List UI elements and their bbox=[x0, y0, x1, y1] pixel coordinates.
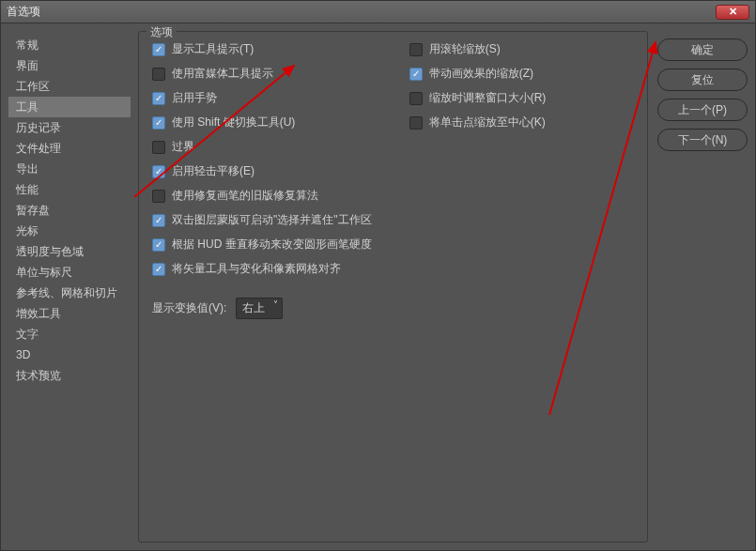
sidebar-item[interactable]: 工具 bbox=[8, 97, 131, 117]
option-row: 使用富媒体工具提示 bbox=[152, 66, 372, 82]
options-column-right: 用滚轮缩放(S)带动画效果的缩放(Z)缩放时调整窗口大小(R)将单击点缩放至中心… bbox=[409, 41, 547, 277]
checkbox[interactable] bbox=[152, 214, 165, 227]
option-row: 双击图层蒙版可启动"选择并遮住"工作区 bbox=[152, 212, 372, 228]
next-button[interactable]: 下一个(N) bbox=[657, 129, 748, 151]
checkbox[interactable] bbox=[152, 141, 165, 154]
preferences-window: 首选项 ✕ 常规界面工作区工具历史记录文件处理导出性能暂存盘光标透明度与色域单位… bbox=[0, 0, 756, 551]
sidebar-item[interactable]: 3D bbox=[8, 344, 131, 365]
ok-button[interactable]: 确定 bbox=[657, 38, 748, 61]
option-row: 根据 HUD 垂直移动来改变圆形画笔硬度 bbox=[152, 237, 372, 253]
option-row: 带动画效果的缩放(Z) bbox=[409, 66, 547, 82]
sidebar: 常规界面工作区工具历史记录文件处理导出性能暂存盘光标透明度与色域单位与标尺参考线… bbox=[8, 31, 131, 543]
main-area: 选项 显示工具提示(T)使用富媒体工具提示启用手势使用 Shift 键切换工具(… bbox=[138, 31, 748, 543]
option-label: 使用富媒体工具提示 bbox=[172, 66, 273, 82]
option-row: 将单击点缩放至中心(K) bbox=[409, 115, 547, 130]
option-label: 启用轻击平移(E) bbox=[172, 163, 255, 179]
option-label: 使用 Shift 键切换工具(U) bbox=[172, 115, 295, 130]
prev-button[interactable]: 上一个(P) bbox=[657, 99, 748, 121]
reset-button[interactable]: 复位 bbox=[657, 69, 748, 91]
option-row: 启用轻击平移(E) bbox=[152, 163, 372, 179]
options-panel: 选项 显示工具提示(T)使用富媒体工具提示启用手势使用 Shift 键切换工具(… bbox=[138, 31, 648, 543]
transform-row: 显示变换值(V): 右上 bbox=[152, 298, 634, 319]
sidebar-item[interactable]: 导出 bbox=[8, 159, 131, 179]
right-button-column: 确定 复位 上一个(P) 下一个(N) bbox=[657, 31, 748, 543]
checkbox[interactable] bbox=[152, 190, 165, 203]
checkbox[interactable] bbox=[152, 116, 165, 130]
checkbox[interactable] bbox=[152, 68, 165, 81]
option-label: 带动画效果的缩放(Z) bbox=[429, 66, 533, 82]
sidebar-item[interactable]: 暂存盘 bbox=[8, 200, 131, 221]
panel-header: 选项 bbox=[147, 24, 177, 40]
option-row: 将矢量工具与变化和像素网格对齐 bbox=[152, 261, 372, 277]
option-label: 将矢量工具与变化和像素网格对齐 bbox=[172, 261, 341, 277]
window-title: 首选项 bbox=[7, 4, 716, 20]
checkbox[interactable] bbox=[152, 165, 165, 178]
option-label: 启用手势 bbox=[172, 90, 217, 106]
options-column-left: 显示工具提示(T)使用富媒体工具提示启用手势使用 Shift 键切换工具(U)过… bbox=[152, 41, 372, 277]
option-row: 启用手势 bbox=[152, 90, 372, 106]
option-row: 用滚轮缩放(S) bbox=[409, 41, 547, 57]
option-label: 显示工具提示(T) bbox=[172, 41, 254, 57]
sidebar-item[interactable]: 技术预览 bbox=[8, 365, 131, 386]
option-row: 过界 bbox=[152, 139, 372, 155]
sidebar-item[interactable]: 参考线、网格和切片 bbox=[8, 283, 131, 303]
sidebar-item[interactable]: 界面 bbox=[8, 55, 131, 76]
sidebar-item[interactable]: 历史记录 bbox=[8, 117, 131, 138]
checkbox[interactable] bbox=[409, 68, 423, 81]
option-row: 缩放时调整窗口大小(R) bbox=[409, 90, 547, 106]
checkbox[interactable] bbox=[409, 92, 423, 105]
option-row: 显示工具提示(T) bbox=[152, 41, 372, 57]
option-row: 使用 Shift 键切换工具(U) bbox=[152, 115, 372, 130]
window-body: 常规界面工作区工具历史记录文件处理导出性能暂存盘光标透明度与色域单位与标尺参考线… bbox=[1, 23, 755, 550]
option-row: 使用修复画笔的旧版修复算法 bbox=[152, 188, 372, 204]
sidebar-item[interactable]: 透明度与色域 bbox=[8, 241, 131, 262]
sidebar-item[interactable]: 文字 bbox=[8, 324, 131, 344]
option-label: 过界 bbox=[172, 139, 194, 155]
option-label: 将单击点缩放至中心(K) bbox=[429, 115, 546, 130]
checkbox[interactable] bbox=[152, 43, 165, 56]
sidebar-item[interactable]: 光标 bbox=[8, 221, 131, 241]
sidebar-item[interactable]: 性能 bbox=[8, 179, 131, 200]
checkbox[interactable] bbox=[152, 92, 165, 105]
checkbox[interactable] bbox=[409, 43, 423, 56]
titlebar: 首选项 ✕ bbox=[1, 1, 755, 23]
sidebar-item[interactable]: 常规 bbox=[8, 35, 131, 55]
sidebar-item[interactable]: 文件处理 bbox=[8, 138, 131, 159]
options-grid: 显示工具提示(T)使用富媒体工具提示启用手势使用 Shift 键切换工具(U)过… bbox=[152, 41, 634, 277]
option-label: 使用修复画笔的旧版修复算法 bbox=[172, 188, 318, 204]
sidebar-item[interactable]: 工作区 bbox=[8, 76, 131, 97]
sidebar-item[interactable]: 增效工具 bbox=[8, 303, 131, 324]
transform-select[interactable]: 右上 bbox=[236, 298, 283, 319]
checkbox[interactable] bbox=[409, 116, 423, 130]
checkbox[interactable] bbox=[152, 238, 165, 252]
close-button[interactable]: ✕ bbox=[716, 5, 749, 20]
transform-label: 显示变换值(V): bbox=[152, 300, 226, 316]
option-label: 缩放时调整窗口大小(R) bbox=[429, 90, 547, 106]
option-label: 用滚轮缩放(S) bbox=[429, 41, 501, 57]
option-label: 双击图层蒙版可启动"选择并遮住"工作区 bbox=[172, 212, 372, 228]
sidebar-item[interactable]: 单位与标尺 bbox=[8, 262, 131, 283]
option-label: 根据 HUD 垂直移动来改变圆形画笔硬度 bbox=[172, 237, 372, 253]
checkbox[interactable] bbox=[152, 263, 165, 276]
